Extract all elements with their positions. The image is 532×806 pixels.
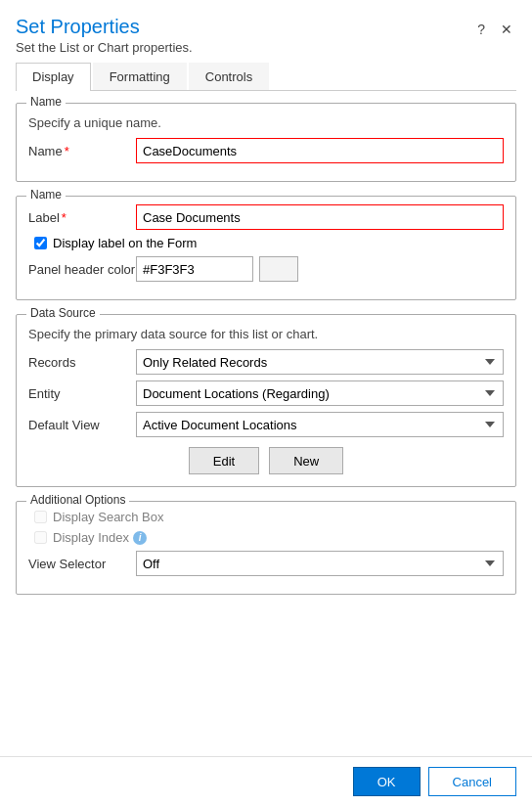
view-selector-label: View Selector bbox=[28, 557, 136, 571]
dialog-body: Name Specify a unique name. Name* Name L… bbox=[0, 91, 532, 756]
records-row: Records Only Related Records All Record … bbox=[28, 349, 504, 375]
default-view-row: Default View Active Document Locations bbox=[28, 412, 504, 437]
name-section: Name Specify a unique name. Name* bbox=[16, 103, 516, 182]
help-button[interactable]: ? bbox=[473, 20, 489, 39]
close-button[interactable]: ✕ bbox=[497, 20, 516, 39]
label-section: Name Label* Display label on the Form Pa… bbox=[16, 196, 516, 300]
info-icon[interactable]: i bbox=[133, 531, 147, 545]
new-button[interactable]: New bbox=[269, 447, 343, 474]
additional-options-section: Additional Options Display Search Box Di… bbox=[16, 501, 516, 595]
label-legend: Name bbox=[26, 188, 66, 202]
tabs-bar: Display Formatting Controls bbox=[16, 63, 516, 91]
entity-label: Entity bbox=[28, 386, 136, 401]
display-label-text: Display label on the Form bbox=[53, 236, 197, 250]
search-box-label: Display Search Box bbox=[53, 510, 163, 524]
dialog-header: Set Properties Set the List or Chart pro… bbox=[0, 0, 532, 63]
dialog-footer: OK Cancel bbox=[0, 756, 532, 806]
panel-header-label: Panel header color bbox=[28, 262, 136, 277]
tab-display[interactable]: Display bbox=[16, 63, 91, 91]
name-input[interactable] bbox=[136, 138, 504, 163]
entity-row: Entity Document Locations (Regarding) bbox=[28, 381, 504, 406]
default-view-label: Default View bbox=[28, 418, 136, 432]
panel-header-color-row: Panel header color bbox=[28, 256, 504, 282]
cancel-button[interactable]: Cancel bbox=[428, 767, 516, 796]
view-selector-row: View Selector Off Simple All Views bbox=[28, 551, 504, 576]
entity-select[interactable]: Document Locations (Regarding) bbox=[136, 381, 504, 406]
records-select[interactable]: Only Related Records All Record Types bbox=[136, 349, 504, 375]
data-source-legend: Data Source bbox=[26, 306, 100, 320]
edit-button[interactable]: Edit bbox=[189, 447, 259, 474]
records-label: Records bbox=[28, 355, 136, 370]
view-selector-select[interactable]: Off Simple All Views bbox=[136, 551, 504, 576]
set-properties-dialog: Set Properties Set the List or Chart pro… bbox=[0, 0, 532, 806]
data-source-hint: Specify the primary data source for this… bbox=[28, 327, 504, 341]
dialog-header-icons: ? ✕ bbox=[473, 16, 516, 39]
color-swatch bbox=[259, 256, 298, 282]
label-input[interactable] bbox=[136, 204, 504, 230]
edit-new-buttons: Edit New bbox=[28, 447, 504, 474]
default-view-select[interactable]: Active Document Locations bbox=[136, 412, 504, 437]
display-label-checkbox[interactable] bbox=[34, 237, 47, 249]
display-label-row: Display label on the Form bbox=[28, 236, 504, 250]
name-row: Name* bbox=[28, 138, 504, 163]
tab-controls[interactable]: Controls bbox=[189, 63, 269, 90]
search-box-checkbox[interactable] bbox=[34, 511, 47, 523]
required-star: * bbox=[65, 144, 69, 158]
data-source-section: Data Source Specify the primary data sou… bbox=[16, 314, 516, 487]
dialog-title: Set Properties bbox=[16, 16, 473, 38]
name-label: Name* bbox=[28, 144, 136, 158]
display-index-label: Display Index bbox=[53, 530, 129, 545]
ok-button[interactable]: OK bbox=[353, 767, 421, 796]
search-box-row: Display Search Box bbox=[28, 510, 504, 524]
additional-legend: Additional Options bbox=[26, 493, 129, 507]
tab-formatting[interactable]: Formatting bbox=[93, 63, 187, 90]
panel-header-color-input[interactable] bbox=[136, 256, 253, 282]
name-hint: Specify a unique name. bbox=[28, 115, 504, 130]
dialog-title-area: Set Properties Set the List or Chart pro… bbox=[16, 16, 473, 55]
label-row: Label* bbox=[28, 204, 504, 230]
display-index-row: Display Index i bbox=[28, 530, 504, 545]
name-legend: Name bbox=[26, 95, 66, 109]
required-star-label: * bbox=[62, 210, 66, 225]
dialog-subtitle: Set the List or Chart properties. bbox=[16, 40, 473, 55]
label-label: Label* bbox=[28, 210, 136, 225]
display-index-checkbox[interactable] bbox=[34, 531, 47, 544]
